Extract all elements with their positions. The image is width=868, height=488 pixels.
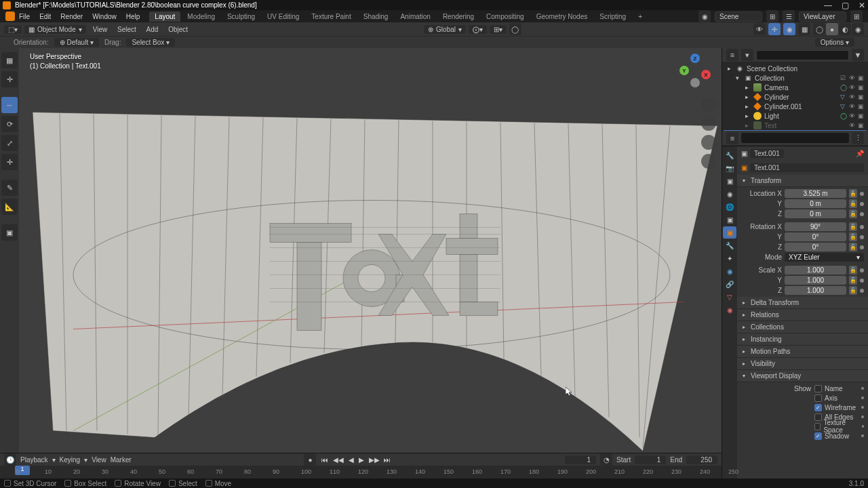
outliner-tree[interactable]: ▸◉Scene Collection ▾▣Collection☑👁▣ ▸Came… [722, 62, 868, 131]
proptab-viewlayer[interactable]: ▣ [723, 175, 736, 187]
tab-uv-editing[interactable]: UV Editing [262, 12, 304, 22]
tab-layout[interactable]: Layout [149, 12, 180, 22]
tab-modeling[interactable]: Modeling [182, 12, 220, 22]
outliner-filter-icon[interactable]: ▼ [852, 49, 864, 61]
lock-loc-x[interactable]: 🔓 [849, 189, 857, 198]
viewlayer-name-field[interactable] [799, 12, 846, 22]
proptab-output[interactable]: 📷 [723, 162, 736, 174]
keyframe-prev-icon[interactable]: ◀◀ [332, 456, 345, 464]
location-y[interactable]: 0 m [785, 199, 846, 208]
play-icon[interactable]: ▶ [357, 456, 366, 464]
scale-y[interactable]: 1.000 [785, 276, 846, 285]
lock-rot-z[interactable]: 🔓 [849, 243, 857, 251]
outliner-item-text[interactable]: Text [764, 122, 846, 129]
tab-rendering[interactable]: Rendering [437, 12, 479, 22]
tab-geometry-nodes[interactable]: Geometry Nodes [531, 12, 593, 22]
keyframe-next-icon[interactable]: ▶▶ [368, 456, 381, 464]
timeline-editor-type[interactable]: 🕒 [4, 453, 16, 466]
lock-loc-z[interactable]: 🔓 [849, 209, 857, 218]
current-frame-field[interactable]: 1 [565, 455, 596, 464]
panel-viewport-display[interactable]: ▾Viewport Display [737, 370, 868, 382]
timeline-keying-menu[interactable]: Keying [60, 456, 81, 464]
outliner-item-camera[interactable]: Camera [764, 84, 837, 92]
location-x[interactable]: 3.525 m [785, 189, 846, 198]
pivot-dropdown[interactable]: ⨀▾ [469, 25, 487, 34]
overlay-toggle[interactable]: ◉ [783, 23, 795, 35]
lock-rot-y[interactable]: 🔓 [849, 232, 857, 241]
menu-edit[interactable]: Edit [39, 13, 51, 20]
location-z[interactable]: 0 m [785, 209, 846, 218]
show-shadow-checkbox[interactable]: ✓ [814, 432, 822, 440]
auto-keying-toggle[interactable]: ● [304, 453, 316, 466]
timeline-playback-menu[interactable]: Playback [20, 456, 48, 464]
show-axis-checkbox[interactable] [814, 394, 822, 402]
rotation-z[interactable]: 0° [785, 243, 846, 251]
camera-view-icon[interactable] [701, 135, 716, 150]
timeline-editor[interactable]: 🕒 Playback▾ Keying▾ View Marker ● ⏮ ◀◀ ◀… [0, 453, 722, 479]
proptab-constraints[interactable]: 🔗 [723, 278, 736, 290]
tool-measure[interactable]: 📐 [1, 199, 18, 215]
shading-solid[interactable]: ● [826, 23, 838, 35]
panel-delta-transform[interactable]: ▸Delta Transform [737, 297, 868, 309]
lock-rot-x[interactable]: 🔓 [849, 222, 857, 231]
tab-texture-paint[interactable]: Texture Paint [306, 12, 356, 22]
scale-z[interactable]: 1.000 [785, 286, 846, 295]
tab-shading[interactable]: Shading [358, 12, 394, 22]
show-all-edges-checkbox[interactable] [814, 413, 822, 421]
panel-instancing[interactable]: ▸Instancing [737, 333, 868, 346]
lock-loc-y[interactable]: 🔓 [849, 199, 857, 208]
pan-icon[interactable] [701, 116, 716, 131]
transform-orientation-dropdown[interactable]: ⊕ Global ▾ [424, 25, 466, 34]
timeline-ruler[interactable]: 1 01020304050607080901001101201301401501… [0, 466, 722, 479]
play-reverse-icon[interactable]: ◀ [347, 456, 355, 464]
3d-viewport[interactable]: User Perspective (1) Collection | Text.0… [19, 48, 722, 488]
panel-transform[interactable]: ▾Transform [737, 175, 868, 187]
menu-view[interactable]: View [89, 26, 112, 33]
visibility-toggle[interactable]: 👁 [753, 23, 766, 35]
menu-window[interactable]: Window [92, 13, 117, 20]
tab-animation[interactable]: Animation [395, 12, 435, 22]
show-wireframe-checkbox[interactable]: ✓ [814, 404, 822, 411]
close-icon[interactable]: ✕ [859, 1, 865, 10]
jump-end-icon[interactable]: ⏭ [382, 456, 392, 464]
tool-select-box[interactable]: ▦ [1, 52, 18, 68]
tab-compositing[interactable]: Compositing [481, 12, 530, 22]
tab-add[interactable]: + [633, 12, 648, 22]
panel-motion-paths[interactable]: ▸Motion Paths [737, 346, 868, 358]
tab-scripting[interactable]: Scripting [594, 12, 631, 22]
minimize-icon[interactable]: — [824, 1, 832, 10]
proptab-data[interactable]: ▽ [723, 291, 736, 303]
gizmo-toggle[interactable]: ✛ [768, 23, 781, 35]
outliner-item-cylinder[interactable]: Cylinder [764, 94, 837, 101]
panel-visibility[interactable]: ▸Visibility [737, 358, 868, 370]
menu-object[interactable]: Object [164, 26, 192, 33]
scale-x[interactable]: 1.000 [785, 266, 846, 274]
jump-start-icon[interactable]: ⏮ [320, 456, 330, 464]
shading-material[interactable]: ◐ [839, 23, 851, 35]
scene-icon[interactable]: ◉ [698, 10, 711, 22]
tool-scale[interactable]: ⤢ [1, 135, 18, 151]
orientation-dropdown[interactable]: ⊕ Default ▾ [54, 38, 99, 47]
proptab-render[interactable]: 🔧 [723, 149, 736, 161]
outliner-item-light[interactable]: Light [764, 113, 837, 120]
proptab-particles[interactable]: ✦ [723, 252, 736, 264]
rotation-y[interactable]: 0° [785, 232, 846, 241]
shading-rendered[interactable]: ◉ [852, 23, 864, 35]
tool-rotate[interactable]: ⟳ [1, 116, 18, 132]
menu-add[interactable]: Add [142, 26, 163, 33]
mode-dropdown[interactable]: ▦ Object Mode ▾ [24, 25, 86, 34]
panel-relations[interactable]: ▸Relations [737, 309, 868, 321]
proptab-physics[interactable]: ◉ [723, 265, 736, 277]
menu-render[interactable]: Render [60, 13, 83, 20]
viewlayer-icon[interactable]: ☰ [783, 10, 795, 22]
proptab-scene[interactable]: ◉ [723, 188, 736, 200]
options-dropdown[interactable]: Options ▾ [815, 38, 854, 47]
properties-type-dropdown[interactable]: ≡ [726, 132, 738, 144]
outliner-scene-collection[interactable]: Scene Collection [747, 65, 865, 73]
navigation-gizmo[interactable]: Z Y X [674, 54, 715, 94]
end-frame-field[interactable]: 250 [686, 455, 717, 464]
lock-scale-z[interactable]: 🔓 [849, 286, 857, 295]
tool-add-cube[interactable]: ▣ [1, 224, 18, 241]
editor-type-dropdown[interactable]: ⬚▾ [4, 25, 22, 34]
timeline-view-menu[interactable]: View [92, 456, 106, 464]
